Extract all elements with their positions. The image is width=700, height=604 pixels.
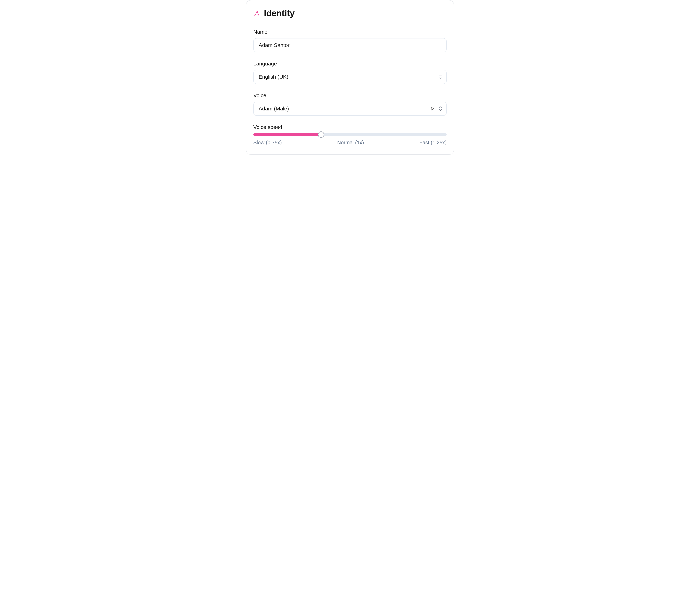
voice-speed-slider[interactable] [253,133,447,136]
person-icon [253,10,260,17]
card-header: Identity [253,8,447,18]
identity-card: Identity Name Language English (UK) Voic… [246,0,454,155]
language-select[interactable]: English (UK) [253,70,447,84]
slider-thumb[interactable] [318,131,324,138]
voice-select[interactable]: Adam (Male) [253,102,447,116]
section-title: Identity [264,8,295,18]
svg-point-0 [256,11,258,13]
name-input[interactable] [253,38,447,52]
name-field-group: Name [253,29,447,52]
slider-fill [253,133,321,136]
language-value: English (UK) [259,74,288,80]
slider-tick-labels: Slow (0.75x) Normal (1x) Fast (1.25x) [253,140,447,146]
slider-tick-normal: Normal (1x) [337,140,364,146]
language-field-group: Language English (UK) [253,61,447,84]
voice-label: Voice [253,93,447,98]
voice-speed-label: Voice speed [253,124,447,130]
voice-speed-field-group: Voice speed Slow (0.75x) Normal (1x) Fas… [253,124,447,146]
play-icon[interactable] [430,106,435,111]
voice-field-group: Voice Adam (Male) [253,93,447,116]
slider-tick-slow: Slow (0.75x) [253,140,282,146]
chevrons-up-down-icon [439,106,442,111]
chevrons-up-down-icon [439,75,442,79]
voice-value: Adam (Male) [259,106,289,112]
language-label: Language [253,61,447,67]
slider-tick-fast: Fast (1.25x) [419,140,447,146]
name-label: Name [253,29,447,35]
